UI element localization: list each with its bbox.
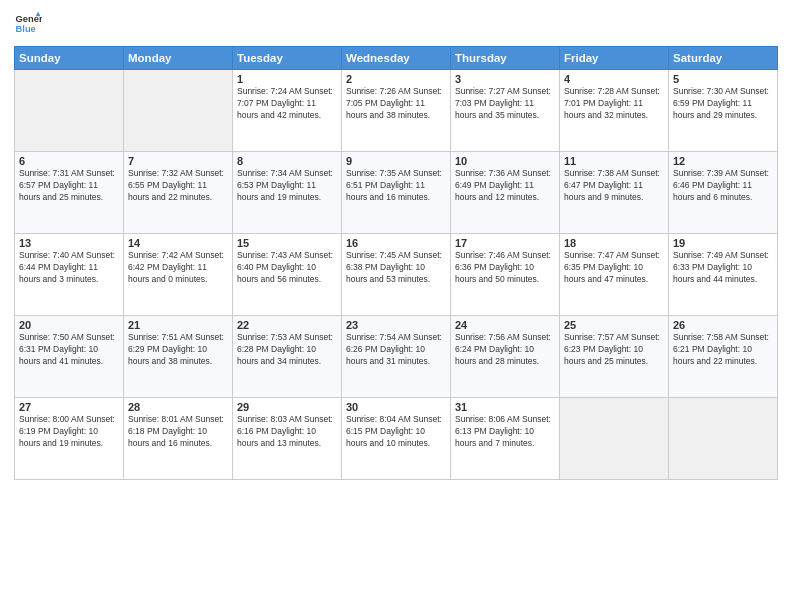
day-cell: 22Sunrise: 7:53 AM Sunset: 6:28 PM Dayli…: [233, 316, 342, 398]
day-number: 30: [346, 401, 446, 413]
day-info: Sunrise: 7:40 AM Sunset: 6:44 PM Dayligh…: [19, 250, 119, 286]
day-number: 21: [128, 319, 228, 331]
day-info: Sunrise: 7:53 AM Sunset: 6:28 PM Dayligh…: [237, 332, 337, 368]
week-row-0: 1Sunrise: 7:24 AM Sunset: 7:07 PM Daylig…: [15, 70, 778, 152]
header-row: SundayMondayTuesdayWednesdayThursdayFrid…: [15, 47, 778, 70]
day-cell: 5Sunrise: 7:30 AM Sunset: 6:59 PM Daylig…: [669, 70, 778, 152]
day-header-sunday: Sunday: [15, 47, 124, 70]
day-cell: 10Sunrise: 7:36 AM Sunset: 6:49 PM Dayli…: [451, 152, 560, 234]
day-number: 24: [455, 319, 555, 331]
day-cell: 26Sunrise: 7:58 AM Sunset: 6:21 PM Dayli…: [669, 316, 778, 398]
day-info: Sunrise: 7:34 AM Sunset: 6:53 PM Dayligh…: [237, 168, 337, 204]
day-number: 12: [673, 155, 773, 167]
day-info: Sunrise: 7:32 AM Sunset: 6:55 PM Dayligh…: [128, 168, 228, 204]
day-number: 19: [673, 237, 773, 249]
day-number: 4: [564, 73, 664, 85]
logo-icon: General Blue: [14, 10, 42, 38]
day-number: 15: [237, 237, 337, 249]
day-cell: 16Sunrise: 7:45 AM Sunset: 6:38 PM Dayli…: [342, 234, 451, 316]
day-cell: 19Sunrise: 7:49 AM Sunset: 6:33 PM Dayli…: [669, 234, 778, 316]
week-row-1: 6Sunrise: 7:31 AM Sunset: 6:57 PM Daylig…: [15, 152, 778, 234]
day-info: Sunrise: 7:24 AM Sunset: 7:07 PM Dayligh…: [237, 86, 337, 122]
day-number: 27: [19, 401, 119, 413]
day-cell: 31Sunrise: 8:06 AM Sunset: 6:13 PM Dayli…: [451, 398, 560, 480]
day-info: Sunrise: 8:06 AM Sunset: 6:13 PM Dayligh…: [455, 414, 555, 450]
day-cell: 21Sunrise: 7:51 AM Sunset: 6:29 PM Dayli…: [124, 316, 233, 398]
day-info: Sunrise: 7:56 AM Sunset: 6:24 PM Dayligh…: [455, 332, 555, 368]
day-number: 10: [455, 155, 555, 167]
day-cell: 4Sunrise: 7:28 AM Sunset: 7:01 PM Daylig…: [560, 70, 669, 152]
day-cell: 7Sunrise: 7:32 AM Sunset: 6:55 PM Daylig…: [124, 152, 233, 234]
day-cell: 24Sunrise: 7:56 AM Sunset: 6:24 PM Dayli…: [451, 316, 560, 398]
day-info: Sunrise: 7:57 AM Sunset: 6:23 PM Dayligh…: [564, 332, 664, 368]
week-row-4: 27Sunrise: 8:00 AM Sunset: 6:19 PM Dayli…: [15, 398, 778, 480]
day-info: Sunrise: 7:45 AM Sunset: 6:38 PM Dayligh…: [346, 250, 446, 286]
day-info: Sunrise: 8:01 AM Sunset: 6:18 PM Dayligh…: [128, 414, 228, 450]
day-cell: 29Sunrise: 8:03 AM Sunset: 6:16 PM Dayli…: [233, 398, 342, 480]
day-cell: 25Sunrise: 7:57 AM Sunset: 6:23 PM Dayli…: [560, 316, 669, 398]
day-info: Sunrise: 7:36 AM Sunset: 6:49 PM Dayligh…: [455, 168, 555, 204]
day-info: Sunrise: 7:46 AM Sunset: 6:36 PM Dayligh…: [455, 250, 555, 286]
week-row-2: 13Sunrise: 7:40 AM Sunset: 6:44 PM Dayli…: [15, 234, 778, 316]
day-info: Sunrise: 7:26 AM Sunset: 7:05 PM Dayligh…: [346, 86, 446, 122]
calendar-page: General Blue SundayMondayTuesdayWednesda…: [0, 0, 792, 612]
day-number: 18: [564, 237, 664, 249]
day-header-friday: Friday: [560, 47, 669, 70]
day-cell: 1Sunrise: 7:24 AM Sunset: 7:07 PM Daylig…: [233, 70, 342, 152]
logo: General Blue: [14, 10, 42, 38]
day-header-wednesday: Wednesday: [342, 47, 451, 70]
day-number: 3: [455, 73, 555, 85]
day-cell: [560, 398, 669, 480]
day-cell: 30Sunrise: 8:04 AM Sunset: 6:15 PM Dayli…: [342, 398, 451, 480]
day-info: Sunrise: 8:04 AM Sunset: 6:15 PM Dayligh…: [346, 414, 446, 450]
day-info: Sunrise: 7:49 AM Sunset: 6:33 PM Dayligh…: [673, 250, 773, 286]
day-number: 11: [564, 155, 664, 167]
day-cell: 6Sunrise: 7:31 AM Sunset: 6:57 PM Daylig…: [15, 152, 124, 234]
day-number: 23: [346, 319, 446, 331]
day-header-monday: Monday: [124, 47, 233, 70]
day-number: 7: [128, 155, 228, 167]
day-info: Sunrise: 8:00 AM Sunset: 6:19 PM Dayligh…: [19, 414, 119, 450]
calendar-table: SundayMondayTuesdayWednesdayThursdayFrid…: [14, 46, 778, 480]
day-info: Sunrise: 7:50 AM Sunset: 6:31 PM Dayligh…: [19, 332, 119, 368]
day-info: Sunrise: 7:35 AM Sunset: 6:51 PM Dayligh…: [346, 168, 446, 204]
week-row-3: 20Sunrise: 7:50 AM Sunset: 6:31 PM Dayli…: [15, 316, 778, 398]
day-number: 14: [128, 237, 228, 249]
day-info: Sunrise: 7:39 AM Sunset: 6:46 PM Dayligh…: [673, 168, 773, 204]
day-info: Sunrise: 7:43 AM Sunset: 6:40 PM Dayligh…: [237, 250, 337, 286]
day-cell: 20Sunrise: 7:50 AM Sunset: 6:31 PM Dayli…: [15, 316, 124, 398]
day-number: 17: [455, 237, 555, 249]
day-cell: 9Sunrise: 7:35 AM Sunset: 6:51 PM Daylig…: [342, 152, 451, 234]
header: General Blue: [14, 10, 778, 38]
day-number: 1: [237, 73, 337, 85]
day-info: Sunrise: 7:30 AM Sunset: 6:59 PM Dayligh…: [673, 86, 773, 122]
day-cell: 15Sunrise: 7:43 AM Sunset: 6:40 PM Dayli…: [233, 234, 342, 316]
day-header-tuesday: Tuesday: [233, 47, 342, 70]
day-number: 26: [673, 319, 773, 331]
day-cell: [15, 70, 124, 152]
day-info: Sunrise: 7:42 AM Sunset: 6:42 PM Dayligh…: [128, 250, 228, 286]
day-info: Sunrise: 7:28 AM Sunset: 7:01 PM Dayligh…: [564, 86, 664, 122]
day-info: Sunrise: 7:27 AM Sunset: 7:03 PM Dayligh…: [455, 86, 555, 122]
day-number: 8: [237, 155, 337, 167]
day-cell: 13Sunrise: 7:40 AM Sunset: 6:44 PM Dayli…: [15, 234, 124, 316]
day-info: Sunrise: 8:03 AM Sunset: 6:16 PM Dayligh…: [237, 414, 337, 450]
day-info: Sunrise: 7:38 AM Sunset: 6:47 PM Dayligh…: [564, 168, 664, 204]
day-number: 16: [346, 237, 446, 249]
day-info: Sunrise: 7:58 AM Sunset: 6:21 PM Dayligh…: [673, 332, 773, 368]
day-cell: 12Sunrise: 7:39 AM Sunset: 6:46 PM Dayli…: [669, 152, 778, 234]
day-cell: 14Sunrise: 7:42 AM Sunset: 6:42 PM Dayli…: [124, 234, 233, 316]
day-number: 6: [19, 155, 119, 167]
day-cell: 18Sunrise: 7:47 AM Sunset: 6:35 PM Dayli…: [560, 234, 669, 316]
day-info: Sunrise: 7:51 AM Sunset: 6:29 PM Dayligh…: [128, 332, 228, 368]
day-cell: 11Sunrise: 7:38 AM Sunset: 6:47 PM Dayli…: [560, 152, 669, 234]
svg-text:Blue: Blue: [16, 24, 36, 34]
day-cell: 8Sunrise: 7:34 AM Sunset: 6:53 PM Daylig…: [233, 152, 342, 234]
day-cell: 17Sunrise: 7:46 AM Sunset: 6:36 PM Dayli…: [451, 234, 560, 316]
day-cell: 27Sunrise: 8:00 AM Sunset: 6:19 PM Dayli…: [15, 398, 124, 480]
day-cell: 2Sunrise: 7:26 AM Sunset: 7:05 PM Daylig…: [342, 70, 451, 152]
day-number: 25: [564, 319, 664, 331]
day-number: 9: [346, 155, 446, 167]
day-info: Sunrise: 7:47 AM Sunset: 6:35 PM Dayligh…: [564, 250, 664, 286]
day-number: 31: [455, 401, 555, 413]
